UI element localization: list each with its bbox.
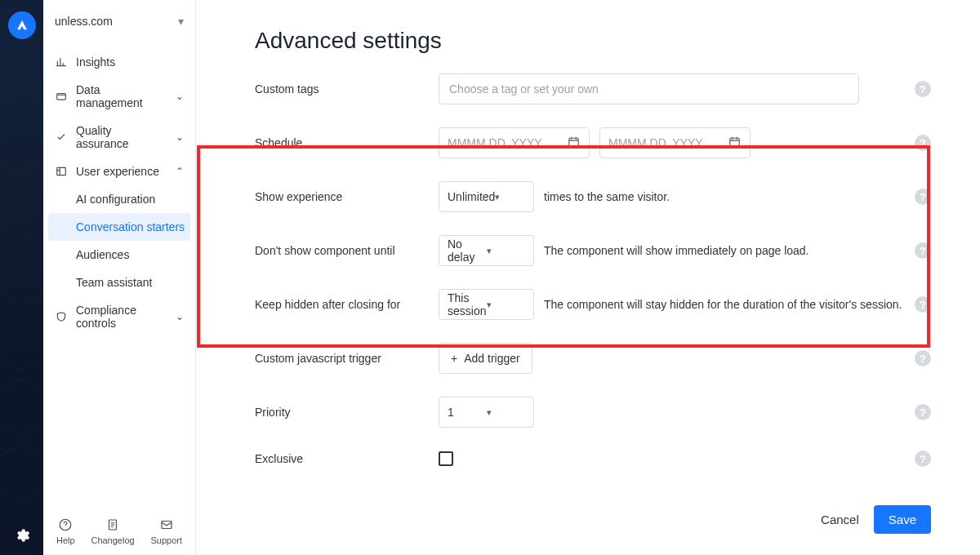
plus-icon: + — [451, 352, 457, 365]
help-icon[interactable]: ? — [915, 404, 931, 420]
svg-rect-0 — [57, 94, 66, 100]
layout-icon — [55, 166, 68, 177]
shield-icon — [55, 311, 68, 322]
row-hidden-after-close: Keep hidden after closing for This sessi… — [255, 289, 931, 320]
caret-down-icon: ▾ — [495, 192, 525, 202]
delay-select[interactable]: No delay ▾ — [439, 235, 534, 266]
sidebar-sub-team-assistant[interactable]: Team assistant — [43, 269, 195, 296]
help-icon[interactable]: ? — [915, 296, 931, 313]
settings-button[interactable] — [0, 527, 43, 544]
svg-rect-5 — [569, 138, 578, 146]
hidden-after-close-desc: The component will stay hidden for the d… — [544, 298, 902, 311]
mail-icon — [159, 517, 174, 532]
main-content: Advanced settings Custom tags ? Schedule… — [196, 0, 980, 555]
show-experience-suffix: times to the same visitor. — [544, 190, 670, 203]
folder-icon — [55, 91, 68, 102]
label-delay: Don't show component until — [255, 244, 439, 257]
row-delay: Don't show component until No delay ▾ Th… — [255, 235, 931, 266]
chevron-down-icon: ⌄ — [176, 311, 184, 322]
help-icon[interactable]: ? — [915, 135, 931, 151]
label-custom-tags: Custom tags — [255, 82, 439, 95]
show-experience-select[interactable]: Unlimited ▾ — [439, 181, 534, 212]
priority-select[interactable]: 1 ▾ — [439, 397, 534, 428]
delay-desc: The component will show immediately on p… — [544, 244, 809, 257]
cancel-button[interactable]: Cancel — [821, 513, 859, 526]
calendar-icon — [728, 135, 742, 151]
svg-rect-4 — [162, 522, 172, 529]
help-circle-icon — [58, 517, 73, 532]
caret-down-icon: ▾ — [487, 300, 526, 310]
rail-decor — [0, 49, 43, 514]
help-link[interactable]: Help — [56, 517, 75, 545]
label-exclusive: Exclusive — [255, 452, 439, 465]
chevron-down-icon: ⌄ — [176, 131, 184, 143]
document-icon — [105, 517, 120, 532]
sidebar-item-data-management[interactable]: Data management ⌄ — [43, 76, 195, 117]
sidebar-item-compliance-controls[interactable]: Compliance controls ⌄ — [43, 296, 195, 337]
chevron-down-icon: ⌄ — [176, 91, 184, 102]
save-button[interactable]: Save — [874, 505, 931, 534]
changelog-link[interactable]: Changelog — [91, 517, 134, 545]
label-priority: Priority — [255, 406, 439, 419]
tent-icon — [15, 18, 29, 33]
brand-logo[interactable] — [8, 11, 36, 39]
row-exclusive: Exclusive ? — [255, 451, 931, 467]
workspace-switcher[interactable]: unless.com ▾ — [43, 0, 195, 43]
row-priority: Priority 1 ▾ ? — [255, 397, 931, 428]
sidebar-item-insights[interactable]: Insights — [43, 48, 195, 76]
form-actions: Cancel Save — [821, 505, 931, 534]
help-icon[interactable]: ? — [915, 242, 931, 259]
row-show-experience: Show experience Unlimited ▾ times to the… — [255, 181, 931, 212]
caret-down-icon: ▾ — [487, 246, 526, 256]
schedule-end-input[interactable]: MMMM DD, YYYY hh:m — [599, 127, 751, 158]
workspace-name: unless.com — [55, 15, 113, 28]
calendar-icon — [567, 135, 581, 151]
sidebar-item-user-experience[interactable]: User experience ⌃ — [43, 158, 195, 185]
label-hidden-after-close: Keep hidden after closing for — [255, 298, 439, 311]
support-link[interactable]: Support — [151, 517, 183, 545]
label-show-experience: Show experience — [255, 190, 439, 203]
help-icon[interactable]: ? — [915, 189, 931, 205]
sidebar-footer: Help Changelog Support — [43, 509, 195, 555]
gear-icon — [14, 527, 30, 544]
sidebar-sub-ai-config[interactable]: AI configuration — [43, 185, 195, 213]
help-icon[interactable]: ? — [915, 81, 931, 97]
row-schedule: Schedule MMMM DD, YYYY hh:m MMMM DD, YYY… — [255, 127, 931, 158]
help-icon[interactable]: ? — [915, 451, 931, 467]
page-title: Advanced settings — [255, 28, 931, 54]
help-icon[interactable]: ? — [915, 350, 931, 366]
bar-chart-icon — [55, 56, 68, 68]
settings-form: Custom tags ? Schedule MMMM DD, YYYY hh:… — [255, 73, 931, 467]
add-trigger-button[interactable]: + Add trigger — [439, 343, 532, 374]
row-js-trigger: Custom javascript trigger + Add trigger … — [255, 343, 931, 374]
svg-rect-1 — [57, 167, 66, 175]
exclusive-checkbox[interactable] — [439, 451, 453, 466]
sidebar-item-quality-assurance[interactable]: Quality assurance ⌄ — [43, 117, 195, 158]
caret-down-icon: ▾ — [178, 15, 184, 28]
custom-tags-input[interactable] — [439, 73, 859, 104]
label-schedule: Schedule — [255, 136, 439, 149]
sidebar-nav: Insights Data management ⌄ Quality assur… — [43, 43, 195, 509]
label-js-trigger: Custom javascript trigger — [255, 352, 439, 365]
svg-rect-6 — [730, 138, 739, 146]
check-badge-icon — [55, 131, 68, 143]
chevron-up-icon: ⌃ — [176, 166, 184, 177]
schedule-start-input[interactable]: MMMM DD, YYYY hh:m — [439, 127, 590, 158]
caret-down-icon: ▾ — [487, 407, 526, 418]
hidden-after-close-select[interactable]: This session ▾ — [439, 289, 534, 320]
sidebar: unless.com ▾ Insights Data management ⌄ — [43, 0, 196, 555]
app-rail — [0, 0, 43, 555]
sidebar-sub-conversation-starters[interactable]: Conversation starters — [48, 213, 190, 241]
row-custom-tags: Custom tags ? — [255, 73, 931, 104]
sidebar-sub-audiences[interactable]: Audiences — [43, 241, 195, 269]
